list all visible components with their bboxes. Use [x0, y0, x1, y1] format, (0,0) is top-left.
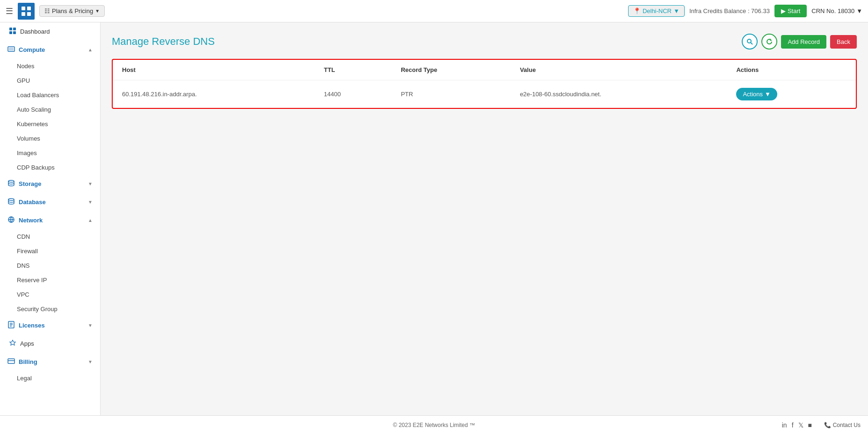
sidebar-item-auto-scaling[interactable]: Auto Scaling — [0, 102, 100, 117]
hamburger-menu[interactable]: ☰ — [6, 6, 13, 16]
licenses-icon — [7, 321, 15, 330]
back-button[interactable]: Back — [830, 35, 857, 49]
facebook-icon[interactable]: f — [792, 421, 794, 429]
svg-point-19 — [747, 39, 751, 43]
cell-actions: Actions ▼ — [727, 80, 856, 108]
location-label: Delhi-NCR — [643, 7, 672, 14]
sidebar-item-volumes[interactable]: Volumes — [0, 131, 100, 146]
col-ttl: TTL — [315, 60, 392, 80]
svg-point-11 — [8, 199, 14, 200]
dashboard-label: Dashboard — [20, 28, 50, 35]
sidebar-item-cdn[interactable]: CDN — [0, 229, 100, 244]
crn-button[interactable]: CRN No. 18030 ▼ — [811, 7, 862, 14]
sidebar-section-licenses[interactable]: Licenses ▼ — [0, 316, 100, 334]
sidebar-item-reserve-ip[interactable]: Reserve IP — [0, 273, 100, 287]
chevron-down-icon: ▼ — [88, 323, 93, 328]
social-links: in f 𝕏 ■ — [782, 421, 812, 429]
sidebar-item-legal[interactable]: Legal — [0, 371, 100, 385]
col-actions: Actions — [727, 60, 856, 80]
linkedin-icon[interactable]: in — [782, 421, 787, 429]
dashboard-icon — [9, 27, 16, 36]
sidebar-item-dashboard[interactable]: Dashboard — [0, 22, 100, 41]
cell-record-type: PTR — [391, 80, 510, 108]
refresh-button[interactable] — [761, 34, 777, 50]
svg-point-10 — [8, 180, 14, 182]
logo — [18, 3, 35, 20]
plans-pricing-label: Plans & Pricing — [52, 7, 93, 14]
sidebar-section-database[interactable]: Database ▼ — [0, 193, 100, 211]
main-content: Manage Reverse DNS Add Record Back — [101, 22, 868, 415]
dns-records-table-container: Host TTL Record Type Value Actions 60.19… — [112, 59, 857, 109]
contact-label: Contact Us — [833, 422, 861, 428]
storage-label: Storage — [19, 180, 41, 187]
chevron-down-icon: ▼ — [95, 8, 100, 14]
footer: © 2023 E2E Networks Limited ™ in f 𝕏 ■ 📞… — [0, 415, 868, 434]
sidebar-item-kubernetes[interactable]: Kubernetes — [0, 117, 100, 131]
sidebar-section-compute[interactable]: Compute ▲ — [0, 41, 100, 59]
phone-icon: 📞 — [824, 422, 831, 428]
network-icon — [7, 216, 15, 225]
svg-rect-17 — [8, 359, 14, 363]
chevron-up-icon: ▲ — [88, 47, 93, 52]
chevron-up-icon: ▲ — [88, 218, 93, 223]
cell-value: e2e-108-60.ssdcloudindia.net. — [511, 80, 727, 108]
contact-us[interactable]: 📞 Contact Us — [824, 422, 861, 428]
apps-label: Apps — [20, 340, 34, 347]
sidebar-item-load-balancers[interactable]: Load Balancers — [0, 88, 100, 102]
chevron-down-icon: ▼ — [88, 199, 93, 205]
actions-dropdown-button[interactable]: Actions ▼ — [736, 88, 777, 100]
plans-pricing-icon: ☷ — [44, 7, 50, 14]
sidebar-section-network[interactable]: Network ▲ — [0, 211, 100, 229]
sidebar-item-vpc[interactable]: VPC — [0, 287, 100, 302]
sidebar-item-gpu[interactable]: GPU — [0, 73, 100, 88]
sidebar-item-nodes[interactable]: Nodes — [0, 59, 100, 73]
network-label: Network — [19, 217, 43, 224]
sidebar-section-billing[interactable]: Billing ▼ — [0, 353, 100, 371]
top-navigation: ☰ ☷ Plans & Pricing ▼ 📍 Delhi-NCR ▼ Infr… — [0, 0, 868, 22]
page-title: Manage Reverse DNS — [112, 36, 215, 48]
rss-icon[interactable]: ■ — [808, 421, 812, 429]
crn-label: CRN No. 18030 — [811, 7, 854, 14]
chevron-down-icon: ▼ — [673, 7, 680, 14]
svg-rect-9 — [9, 48, 14, 50]
cell-host: 60.191.48.216.in-addr.arpa. — [113, 80, 315, 108]
sidebar: Dashboard Compute ▲ Nodes GPU Load Balan… — [0, 22, 101, 415]
sidebar-item-dns[interactable]: DNS — [0, 258, 100, 273]
billing-label: Billing — [19, 358, 37, 365]
cell-ttl: 14400 — [315, 80, 392, 108]
start-button[interactable]: ▶ Start — [774, 5, 807, 17]
licenses-label: Licenses — [19, 322, 45, 329]
database-label: Database — [19, 199, 46, 206]
page-header: Manage Reverse DNS Add Record Back — [112, 34, 857, 50]
col-record-type: Record Type — [391, 60, 510, 80]
copyright-label: © 2023 E2E Networks Limited ™ — [393, 422, 475, 428]
location-pin-icon: 📍 — [633, 7, 641, 14]
sidebar-item-firewall[interactable]: Firewall — [0, 244, 100, 258]
sidebar-item-security-group[interactable]: Security Group — [0, 302, 100, 316]
plans-pricing-button[interactable]: ☷ Plans & Pricing ▼ — [39, 5, 105, 17]
svg-rect-6 — [9, 31, 12, 34]
col-value: Value — [511, 60, 727, 80]
billing-icon — [7, 357, 15, 366]
storage-icon — [7, 179, 15, 188]
start-label: Start — [788, 7, 800, 14]
svg-rect-4 — [9, 28, 12, 30]
apps-icon — [9, 339, 16, 348]
sidebar-item-images[interactable]: Images — [0, 146, 100, 160]
svg-rect-0 — [22, 7, 25, 10]
add-record-button[interactable]: Add Record — [781, 35, 826, 49]
sidebar-item-cdp-backups[interactable]: CDP Backups — [0, 160, 100, 175]
header-actions: Add Record Back — [742, 34, 857, 50]
location-button[interactable]: 📍 Delhi-NCR ▼ — [628, 5, 685, 17]
sidebar-item-apps[interactable]: Apps — [0, 334, 100, 353]
database-icon — [7, 198, 15, 206]
compute-label: Compute — [19, 46, 45, 53]
svg-rect-2 — [22, 12, 25, 16]
svg-rect-3 — [27, 12, 31, 16]
sidebar-section-storage[interactable]: Storage ▼ — [0, 175, 100, 193]
compute-icon — [7, 45, 15, 54]
chevron-down-icon: ▼ — [765, 91, 771, 98]
twitter-icon[interactable]: 𝕏 — [798, 421, 803, 429]
table-row: 60.191.48.216.in-addr.arpa. 14400 PTR e2… — [113, 80, 856, 108]
search-button[interactable] — [742, 34, 758, 50]
